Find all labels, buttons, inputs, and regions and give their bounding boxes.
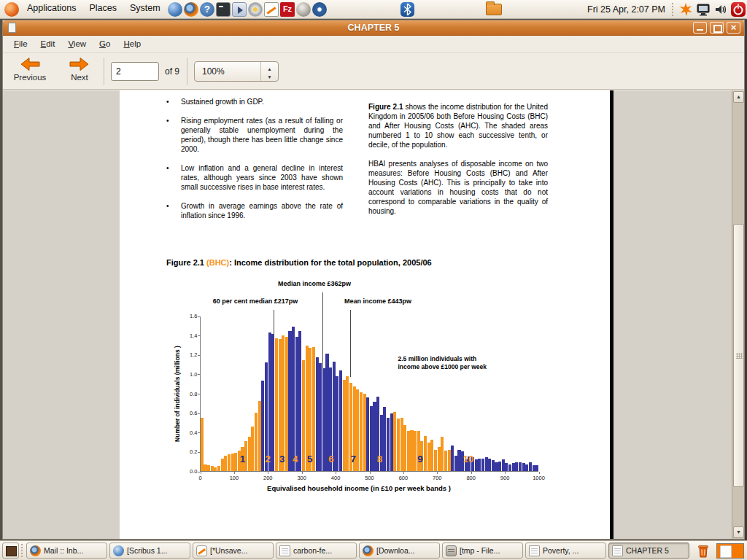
task-button[interactable]: carbon-fe...: [276, 542, 357, 559]
mplayer-icon[interactable]: [232, 2, 247, 17]
evolution-icon[interactable]: [168, 2, 182, 17]
histogram-bar: [288, 331, 291, 471]
histogram-bar: [312, 347, 315, 471]
histogram-bar: [221, 459, 224, 471]
menu-places[interactable]: Places: [82, 0, 123, 19]
bluetooth-icon[interactable]: [400, 2, 414, 17]
distro-logo-icon[interactable]: [4, 2, 19, 17]
histogram-bar: [292, 327, 295, 471]
scribus-icon[interactable]: [312, 2, 327, 17]
filezilla-icon[interactable]: Fz: [280, 2, 295, 17]
window-controls: ×: [693, 22, 740, 34]
scrollbar-thumb[interactable]: [733, 224, 744, 487]
task-button[interactable]: Poverty, ...: [525, 542, 606, 559]
vertical-scrollbar[interactable]: ▲ ▼: [732, 90, 744, 539]
file-manager-icon[interactable]: [486, 4, 502, 15]
maximize-button[interactable]: [710, 22, 724, 34]
menu-applications[interactable]: Applications: [20, 0, 82, 19]
task-button[interactable]: [*Unsave...: [193, 542, 274, 559]
menu-view[interactable]: View: [61, 36, 93, 48]
notes-icon: [196, 545, 207, 556]
histogram-bar: [515, 462, 518, 471]
x-tickmark: [370, 472, 371, 474]
task-button-label: CHAPTER 5: [626, 546, 669, 555]
task-button[interactable]: [Downloa...: [359, 542, 440, 559]
decile-number: 6: [320, 454, 342, 464]
histogram-bar: [438, 447, 441, 471]
bullet-text: Growth in average earnings above the rat…: [181, 201, 343, 220]
bullet-item: •Low inflation and a general decline in …: [166, 163, 343, 192]
histogram-bar: [488, 459, 491, 471]
histogram-bar: [502, 459, 505, 471]
power-icon[interactable]: [731, 2, 746, 17]
y-tick-label: 0.2: [179, 448, 198, 455]
titlebar[interactable]: CHAPTER 5 ×: [3, 20, 744, 36]
y-tick-label: 1.0: [179, 371, 198, 378]
zoom-stepper[interactable]: ▲▼: [260, 62, 278, 81]
document-icon: [529, 545, 540, 556]
task-button[interactable]: [tmp - File...: [442, 542, 523, 559]
clock[interactable]: Fri 25 Apr, 2:07 PM: [587, 4, 668, 15]
task-button[interactable]: [Scribus 1...: [109, 542, 190, 559]
disc-burner-icon[interactable]: [248, 2, 263, 17]
histogram-bar: [492, 460, 495, 471]
menu-file[interactable]: File: [7, 36, 34, 48]
task-button-label: [*Unsave...: [210, 546, 247, 555]
menu-edit[interactable]: Edit: [34, 36, 62, 48]
gimp-icon[interactable]: [296, 2, 311, 17]
help-icon[interactable]: ?: [200, 2, 214, 17]
previous-button[interactable]: Previous: [7, 56, 53, 87]
y-tickmark: [198, 452, 200, 453]
menu-go[interactable]: Go: [93, 36, 117, 48]
minimize-button[interactable]: [693, 22, 707, 34]
close-button[interactable]: ×: [727, 22, 740, 34]
notification-icon[interactable]: [678, 2, 693, 17]
terminal-icon[interactable]: [216, 2, 231, 17]
y-tickmark: [198, 355, 200, 356]
task-button[interactable]: Mail :: Inb...: [26, 542, 107, 559]
task-button[interactable]: CHAPTER 5: [608, 542, 689, 559]
scroll-down-button[interactable]: ▼: [733, 526, 744, 538]
menu-system[interactable]: System: [123, 0, 167, 19]
workspace-switcher[interactable]: [716, 543, 744, 559]
firefox-icon: [30, 545, 41, 556]
page-number-input[interactable]: [111, 62, 159, 81]
display-icon[interactable]: [696, 2, 711, 17]
y-tickmark: [198, 394, 200, 394]
tray-handle[interactable]: [672, 3, 675, 16]
volume-icon[interactable]: [713, 2, 728, 17]
histogram-bar: [228, 454, 231, 471]
histogram-bar: [306, 346, 309, 471]
task-button-label: Mail :: Inb...: [44, 546, 83, 555]
histogram-bar: [414, 431, 417, 471]
decile-number: 1: [232, 454, 254, 464]
taskbar-handle[interactable]: [21, 544, 24, 557]
menubar: FileEditViewGoHelp: [3, 36, 744, 53]
x-tick-label: 500: [359, 475, 381, 481]
histogram-bar: [512, 463, 515, 471]
decile-number: 5: [299, 454, 321, 464]
zoom-combobox[interactable]: 100% ▲▼: [194, 61, 279, 82]
histogram-bar: [533, 465, 535, 471]
text-editor-icon[interactable]: [264, 2, 279, 17]
show-desktop-button[interactable]: [2, 542, 19, 559]
paragraph: Figure 2.1 shows the income distribution…: [368, 102, 548, 149]
histogram-bar: [397, 419, 400, 471]
histogram-bar: [271, 334, 274, 471]
histogram-bar: [268, 332, 271, 471]
firefox-icon[interactable]: [184, 2, 198, 17]
next-button[interactable]: Next: [57, 56, 102, 87]
trash-icon[interactable]: [694, 542, 712, 559]
taskbar-panel: Mail :: Inb...[Scribus 1...[*Unsave...ca…: [0, 540, 747, 560]
marker-line: [274, 310, 274, 338]
marker-label: Median income £362pw: [252, 280, 376, 287]
y-tick-label: 0.4: [179, 429, 198, 436]
histogram-bar: [309, 348, 311, 471]
y-tick-label: 1.6: [179, 313, 198, 319]
menu-help[interactable]: Help: [117, 36, 147, 48]
scroll-up-button[interactable]: ▲: [733, 91, 744, 103]
x-tick-label: 0: [190, 475, 212, 481]
x-axis-title: Equivalised household income (in £10 per…: [213, 484, 505, 492]
marker-line: [350, 310, 351, 377]
caption-prefix: Figure 2.1: [166, 258, 206, 267]
